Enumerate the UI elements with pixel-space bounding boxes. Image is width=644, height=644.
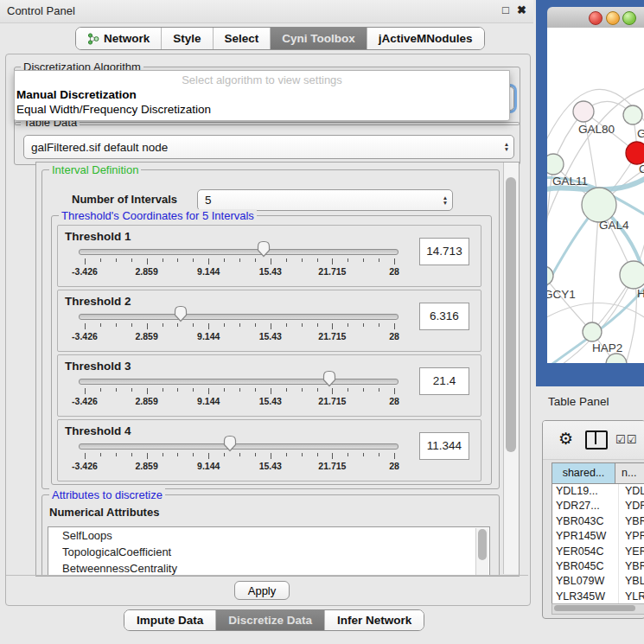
network-node[interactable] xyxy=(583,322,602,341)
network-node[interactable] xyxy=(623,105,642,124)
table-row[interactable]: YER054CYER0 xyxy=(552,545,644,559)
zoom-traffic-light[interactable] xyxy=(622,11,636,25)
network-icon xyxy=(87,33,99,45)
threshold-slider-handle[interactable] xyxy=(223,435,237,455)
minor-tick xyxy=(302,388,303,392)
network-node-label[interactable]: GCY1 xyxy=(547,288,576,301)
minor-tick xyxy=(363,453,364,456)
network-node-label[interactable]: GAL80 xyxy=(578,123,615,136)
minor-tick xyxy=(131,258,132,262)
network-node[interactable] xyxy=(582,188,616,222)
network-node[interactable] xyxy=(620,261,644,289)
network-node[interactable] xyxy=(547,154,564,175)
threshold-value-field[interactable]: 14.713 xyxy=(419,238,469,265)
network-node-label[interactable]: H xyxy=(637,287,644,300)
network-node-label[interactable]: GAL11 xyxy=(552,175,588,188)
tab-infer-network[interactable]: Infer Network xyxy=(325,610,424,630)
settings-scrollbar-thumb[interactable] xyxy=(506,177,516,452)
network-node-label[interactable]: GA xyxy=(637,127,644,140)
cell-shared-name: YPR145W xyxy=(552,529,619,544)
cell-name: YPR1 xyxy=(619,529,644,544)
tab-jactivemnodules[interactable]: jActiveMNodules xyxy=(367,28,484,49)
network-edge[interactable] xyxy=(592,205,599,332)
minor-tick xyxy=(379,388,379,392)
tick-label: 9.144 xyxy=(189,331,227,341)
list-item-topologicalcoefficient[interactable]: TopologicalCoefficient xyxy=(48,544,489,560)
threshold-value-field[interactable]: 6.316 xyxy=(419,303,469,330)
network-node[interactable] xyxy=(547,266,553,285)
minor-tick xyxy=(177,388,178,392)
minor-tick xyxy=(286,388,287,392)
table-data-combobox[interactable]: galFiltered.sif default node ▲▼ xyxy=(23,135,514,159)
network-node[interactable] xyxy=(573,101,594,122)
table-row[interactable]: YPR145WYPR1 xyxy=(552,529,644,544)
threshold-slider-track[interactable] xyxy=(79,379,399,385)
threshold-slider-handle[interactable] xyxy=(322,370,336,390)
network-node-label[interactable]: HAP2 xyxy=(592,341,622,354)
dropdown-option-equal-width-frequency[interactable]: Equal Width/Frequency Discretization xyxy=(16,103,211,116)
column-header-shared[interactable]: shared... xyxy=(552,463,615,483)
table-row[interactable]: YLR345WYLR3 xyxy=(552,590,644,604)
cell-name: YLR3 xyxy=(619,590,644,604)
stepper-icon[interactable]: ▲▼ xyxy=(500,142,513,152)
number-of-intervals-combobox[interactable]: 5 ▲▼ xyxy=(197,189,453,211)
tick-label: 9.144 xyxy=(189,461,227,471)
number-of-intervals-value: 5 xyxy=(198,194,438,207)
tick-label: -3.426 xyxy=(66,461,104,471)
attributes-scrollbar-thumb[interactable] xyxy=(478,529,487,560)
network-canvas[interactable]: GAL80GAGAL11CGAL4GCY1HHAP2 xyxy=(547,28,644,363)
top-tab-bar: NetworkStyleSelectCyni ToolboxjActiveMNo… xyxy=(75,27,485,50)
minimize-traffic-light[interactable] xyxy=(606,11,620,25)
major-tick xyxy=(394,388,395,394)
table-row[interactable]: YBL079WYBL0 xyxy=(552,574,644,589)
table-hscrollbar[interactable] xyxy=(552,603,644,615)
list-item-selfloops[interactable]: SelfLoops xyxy=(48,527,489,544)
split-columns-icon[interactable] xyxy=(585,430,608,450)
network-node-label[interactable]: GAL4 xyxy=(599,219,629,232)
threshold-slider-track[interactable] xyxy=(79,249,399,255)
tab-impute-data[interactable]: Impute Data xyxy=(124,610,216,630)
column-header-name[interactable]: n... xyxy=(615,463,644,483)
table-hscrollbar-thumb[interactable] xyxy=(554,605,635,611)
table-row[interactable]: YBR045CYBR0 xyxy=(552,559,644,574)
apply-button[interactable]: Apply xyxy=(234,581,290,600)
major-tick xyxy=(147,323,148,329)
minor-tick xyxy=(100,258,101,262)
gear-icon[interactable]: ⚙ xyxy=(558,429,573,449)
tick-label: -3.426 xyxy=(66,266,104,277)
table-row[interactable]: YDL19...YDL1 xyxy=(552,484,644,499)
stepper-icon[interactable]: ▲▼ xyxy=(438,195,452,206)
close-icon[interactable]: ✖ xyxy=(517,3,526,16)
close-traffic-light[interactable] xyxy=(589,11,603,25)
threshold-slider-track[interactable] xyxy=(79,443,399,450)
table-row[interactable]: YBR043CYBR0 xyxy=(552,514,644,529)
interval-definition-title: Interval Definition xyxy=(49,163,141,176)
float-window-icon[interactable]: □ xyxy=(502,3,509,16)
threshold-value-field[interactable]: 11.344 xyxy=(419,432,469,460)
cell-shared-name: YBR043C xyxy=(552,514,619,529)
attributes-scrollbar[interactable] xyxy=(475,528,488,577)
screen: Control Panel □ ✖ NetworkStyleSelectCyni… xyxy=(0,0,644,644)
cell-shared-name: YBR045C xyxy=(552,559,619,574)
major-tick xyxy=(332,323,333,329)
major-tick xyxy=(394,323,395,329)
network-node[interactable] xyxy=(626,142,644,164)
tab-style[interactable]: Style xyxy=(162,28,213,49)
minor-tick xyxy=(286,453,287,456)
tab-network[interactable]: Network xyxy=(76,28,162,49)
tab-cyni-toolbox[interactable]: Cyni Toolbox xyxy=(271,28,367,49)
dropdown-option-manual-discretization[interactable]: Manual Discretization xyxy=(16,88,137,101)
major-tick xyxy=(85,388,86,394)
threshold-slider-track[interactable] xyxy=(79,314,399,320)
threshold-slider-handle[interactable] xyxy=(174,305,188,325)
threshold-slider-handle[interactable] xyxy=(257,240,271,260)
network-node-label[interactable]: C xyxy=(639,163,644,175)
checkbox-icons[interactable]: ☑☑ xyxy=(615,433,637,446)
table-panel-titlebar: Table Panel xyxy=(536,389,644,415)
table-row[interactable]: YDR27...YDR2 xyxy=(552,499,644,513)
tab-discretize-data[interactable]: Discretize Data xyxy=(216,610,325,630)
settings-scrollbar[interactable] xyxy=(503,163,519,574)
threshold-value-field[interactable]: 21.4 xyxy=(419,367,469,395)
bottom-tab-bar: Impute DataDiscretize DataInfer Network xyxy=(124,609,424,631)
tab-select[interactable]: Select xyxy=(214,28,271,49)
